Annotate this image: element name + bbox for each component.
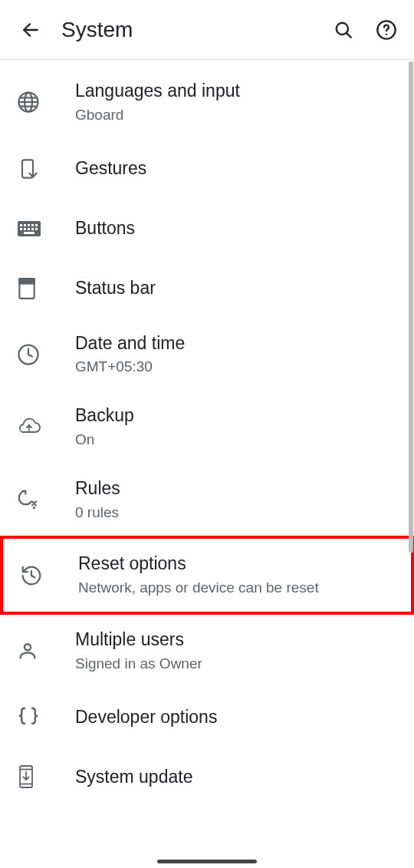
arrow-back-icon <box>21 20 41 40</box>
svg-point-27 <box>25 644 31 650</box>
item-date-time[interactable]: Date and time GMT+05:30 <box>0 318 414 391</box>
svg-line-2 <box>347 32 351 37</box>
status-bar-icon <box>17 277 37 300</box>
item-title: Languages and input <box>75 80 399 103</box>
item-title: Developer options <box>75 706 399 729</box>
header-actions <box>328 15 402 45</box>
item-subtitle: Gboard <box>75 106 399 125</box>
item-subtitle: GMT+05:30 <box>75 358 399 377</box>
item-reset-options[interactable]: Reset options Network, apps or device ca… <box>0 536 414 615</box>
item-rules[interactable]: Rules 0 rules <box>0 464 414 536</box>
svg-rect-13 <box>28 224 30 226</box>
item-subtitle: 0 rules <box>75 503 399 523</box>
svg-rect-20 <box>35 228 38 230</box>
svg-rect-14 <box>31 224 34 226</box>
item-subtitle: On <box>75 431 399 450</box>
item-subtitle: Network, apps or device can be reset <box>78 579 396 598</box>
search-icon <box>334 20 353 40</box>
clock-icon <box>17 343 40 366</box>
back-button[interactable] <box>12 12 49 48</box>
restore-icon <box>20 564 43 587</box>
item-subtitle: Signed in as Owner <box>75 655 399 674</box>
item-multiple-users[interactable]: Multiple users Signed in as Owner <box>0 615 414 688</box>
globe-icon <box>17 91 40 114</box>
svg-rect-19 <box>31 228 34 230</box>
person-icon <box>17 640 38 662</box>
scrollbar-thumb[interactable] <box>409 61 413 553</box>
help-icon <box>376 19 397 41</box>
item-title: Multiple users <box>75 629 399 652</box>
item-title: Buttons <box>75 217 399 240</box>
item-gestures[interactable]: Gestures <box>0 139 414 199</box>
cloud-upload-icon <box>17 417 41 436</box>
item-title: Rules <box>75 477 399 500</box>
rules-icon <box>17 488 40 511</box>
gestures-icon <box>17 158 38 180</box>
app-header: System <box>0 0 414 60</box>
keyboard-icon <box>17 220 41 237</box>
item-developer-options[interactable]: Developer options <box>0 687 414 747</box>
search-button[interactable] <box>328 15 359 45</box>
item-status-bar[interactable]: Status bar <box>0 259 414 318</box>
svg-rect-16 <box>20 228 22 230</box>
svg-rect-11 <box>20 224 22 226</box>
svg-rect-18 <box>28 228 30 230</box>
svg-rect-17 <box>24 228 26 230</box>
svg-rect-23 <box>19 279 34 283</box>
svg-point-4 <box>386 33 387 35</box>
item-buttons[interactable]: Buttons <box>0 199 414 259</box>
svg-rect-15 <box>35 224 38 226</box>
braces-icon <box>17 705 40 728</box>
item-title: Reset options <box>78 553 396 576</box>
svg-point-26 <box>33 507 35 509</box>
system-update-icon <box>17 764 35 789</box>
item-title: System update <box>75 766 399 789</box>
item-languages-input[interactable]: Languages and input Gboard <box>0 66 414 139</box>
page-title: System <box>61 18 328 42</box>
nav-home-indicator[interactable] <box>157 860 257 863</box>
item-title: Gestures <box>75 157 399 180</box>
settings-list: Languages and input Gboard Gestures B <box>0 60 414 807</box>
item-title: Date and time <box>75 332 399 355</box>
item-system-update[interactable]: System update <box>0 747 414 807</box>
svg-rect-21 <box>24 232 34 234</box>
svg-rect-12 <box>24 224 26 226</box>
item-title: Status bar <box>75 277 399 300</box>
scrollbar[interactable] <box>409 61 413 829</box>
item-title: Backup <box>75 404 399 427</box>
help-button[interactable] <box>371 15 402 45</box>
item-backup[interactable]: Backup On <box>0 391 414 464</box>
